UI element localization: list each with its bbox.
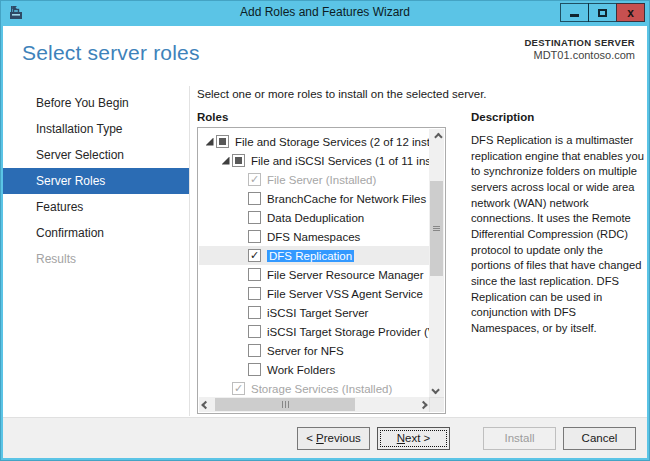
checkbox-file-server-vss-agent-service[interactable] xyxy=(248,287,261,300)
tree-item-label: File Server VSS Agent Service xyxy=(267,288,423,300)
tree-item-label: File and iSCSI Services (1 of 11 install… xyxy=(251,155,429,167)
destination-server-block: DESTINATION SERVER MDT01.contoso.com xyxy=(524,37,635,61)
chevron-down-icon xyxy=(431,385,439,393)
next-button[interactable]: Next > xyxy=(377,427,450,450)
checkbox-file-and-storage-services-2-of-12-installed[interactable] xyxy=(216,135,229,148)
vertical-scrollbar-thumb[interactable] xyxy=(430,181,443,276)
tree-item-label: File and Storage Services (2 of 12 insta… xyxy=(235,136,429,148)
minimize-button[interactable] xyxy=(560,3,589,22)
expander-slot xyxy=(219,157,232,165)
thumb-grip xyxy=(282,401,283,408)
sidebar-item-server-roles[interactable]: Server Roles xyxy=(3,168,189,194)
tree-item-file-and-iscsi-services-1-of-11-installed[interactable]: File and iSCSI Services (1 of 11 install… xyxy=(199,151,429,170)
checkbox-file-server-resource-manager[interactable] xyxy=(248,268,261,281)
expander-slot xyxy=(203,138,216,146)
tree-item-label: iSCSI Target Storage Provider (VDS and V… xyxy=(267,326,429,338)
tree-item-label: iSCSI Target Server xyxy=(267,307,368,319)
horizontal-scrollbar[interactable] xyxy=(199,397,429,412)
cancel-button[interactable]: Cancel xyxy=(563,427,636,450)
scroll-up-button[interactable] xyxy=(429,129,444,144)
wizard-nav: Before You BeginInstallation TypeServer … xyxy=(3,90,189,272)
checkbox-data-deduplication[interactable] xyxy=(248,211,261,224)
tree-item-file-server-vss-agent-service[interactable]: File Server VSS Agent Service xyxy=(199,284,429,303)
sidebar-item-results: Results xyxy=(3,246,189,272)
tree-item-label: Data Deduplication xyxy=(267,212,364,224)
tree-item-file-server-installed[interactable]: ✓File Server (Installed) xyxy=(199,170,429,189)
scroll-down-button[interactable] xyxy=(429,382,444,397)
chevron-up-icon xyxy=(434,132,442,140)
roles-tree-viewport: File and Storage Services (2 of 12 insta… xyxy=(199,129,429,397)
tree-expanded-icon[interactable] xyxy=(206,138,214,146)
tree-item-storage-services-installed[interactable]: ✓Storage Services (Installed) xyxy=(199,379,429,397)
minimize-icon xyxy=(570,14,579,17)
tree-item-label: Server for NFS xyxy=(267,345,344,357)
tree-item-data-deduplication[interactable]: Data Deduplication xyxy=(199,208,429,227)
tree-item-file-server-resource-manager[interactable]: File Server Resource Manager xyxy=(199,265,429,284)
title-bar: Add Roles and Features Wizard x xyxy=(1,1,649,26)
sidebar-item-confirmation[interactable]: Confirmation xyxy=(3,220,189,246)
sidebar-divider xyxy=(189,86,190,416)
tree-item-iscsi-target-storage-provider-vds-and-vss[interactable]: iSCSI Target Storage Provider (VDS and V… xyxy=(199,322,429,341)
thumb-grip xyxy=(433,226,440,227)
tree-item-label: File Server (Installed) xyxy=(267,174,376,186)
tree-item-label: DFS Namespaces xyxy=(267,231,360,243)
install-button: Install xyxy=(483,427,556,450)
tree-item-branchcache-for-network-files[interactable]: BranchCache for Network Files xyxy=(199,189,429,208)
tree-item-label: Storage Services (Installed) xyxy=(251,383,392,395)
roles-tree: File and Storage Services (2 of 12 insta… xyxy=(197,127,446,414)
wizard-body: Select server roles DESTINATION SERVER M… xyxy=(3,26,647,458)
tree-item-dfs-replication[interactable]: ✓DFS Replication xyxy=(199,246,429,265)
thumb-grip xyxy=(288,401,289,408)
chevron-right-icon xyxy=(419,400,427,408)
tree-item-label: Work Folders xyxy=(267,364,335,376)
tree-item-file-and-storage-services-2-of-12-installed[interactable]: File and Storage Services (2 of 12 insta… xyxy=(199,132,429,151)
destination-server-label: DESTINATION SERVER xyxy=(524,37,635,48)
footer-buttons: < PreviousNext >InstallCancel xyxy=(3,417,647,458)
window-title: Add Roles and Features Wizard xyxy=(1,5,649,19)
checkbox-dfs-namespaces[interactable] xyxy=(248,230,261,243)
horizontal-scrollbar-thumb[interactable] xyxy=(215,398,355,411)
tree-expanded-icon[interactable] xyxy=(222,157,230,165)
checkbox-server-for-nfs[interactable] xyxy=(248,344,261,357)
checkbox-dfs-replication[interactable]: ✓ xyxy=(248,249,261,262)
sidebar-item-features[interactable]: Features xyxy=(3,194,189,220)
sidebar-item-installation-type[interactable]: Installation Type xyxy=(3,116,189,142)
chevron-left-icon xyxy=(201,400,209,408)
tree-item-dfs-namespaces[interactable]: DFS Namespaces xyxy=(199,227,429,246)
description-text: DFS Replication is a multimaster replica… xyxy=(471,133,645,337)
close-button[interactable]: x xyxy=(616,3,645,22)
tree-item-label: File Server Resource Manager xyxy=(267,269,424,281)
thumb-grip xyxy=(285,401,286,408)
maximize-icon xyxy=(598,9,607,17)
wizard-window: Add Roles and Features Wizard x Select s… xyxy=(0,0,650,461)
tree-item-work-folders[interactable]: Work Folders xyxy=(199,360,429,379)
sidebar-item-server-selection[interactable]: Server Selection xyxy=(3,142,189,168)
page-title: Select server roles xyxy=(22,41,200,65)
checkbox-work-folders[interactable] xyxy=(248,363,261,376)
indeterminate-mark xyxy=(219,138,226,145)
scroll-left-button[interactable] xyxy=(199,397,214,412)
description-label: Description xyxy=(471,111,534,123)
roles-label: Roles xyxy=(197,111,228,123)
scrollbar-corner xyxy=(429,397,444,412)
sidebar-item-before-you-begin[interactable]: Before You Begin xyxy=(3,90,189,116)
tree-item-label: BranchCache for Network Files xyxy=(267,193,426,205)
vertical-scrollbar[interactable] xyxy=(429,129,444,397)
window-controls: x xyxy=(561,3,645,22)
tree-item-iscsi-target-server[interactable]: iSCSI Target Server xyxy=(199,303,429,322)
checkbox-file-and-iscsi-services-1-of-11-installed[interactable] xyxy=(232,154,245,167)
thumb-grip xyxy=(433,228,440,229)
checkbox-branchcache-for-network-files[interactable] xyxy=(248,192,261,205)
checkbox-iscsi-target-server[interactable] xyxy=(248,306,261,319)
tree-item-label: DFS Replication xyxy=(267,250,354,262)
checkbox-storage-services-installed: ✓ xyxy=(232,382,245,395)
checkbox-file-server-installed: ✓ xyxy=(248,173,261,186)
tree-item-server-for-nfs[interactable]: Server for NFS xyxy=(199,341,429,360)
previous-button[interactable]: < Previous xyxy=(297,427,370,450)
checkbox-iscsi-target-storage-provider-vds-and-vss[interactable] xyxy=(248,325,261,338)
thumb-grip xyxy=(433,230,440,231)
close-icon: x xyxy=(627,7,634,19)
scroll-right-button[interactable] xyxy=(414,397,429,412)
instruction-text: Select one or more roles to install on t… xyxy=(197,88,487,100)
maximize-button[interactable] xyxy=(588,3,617,22)
